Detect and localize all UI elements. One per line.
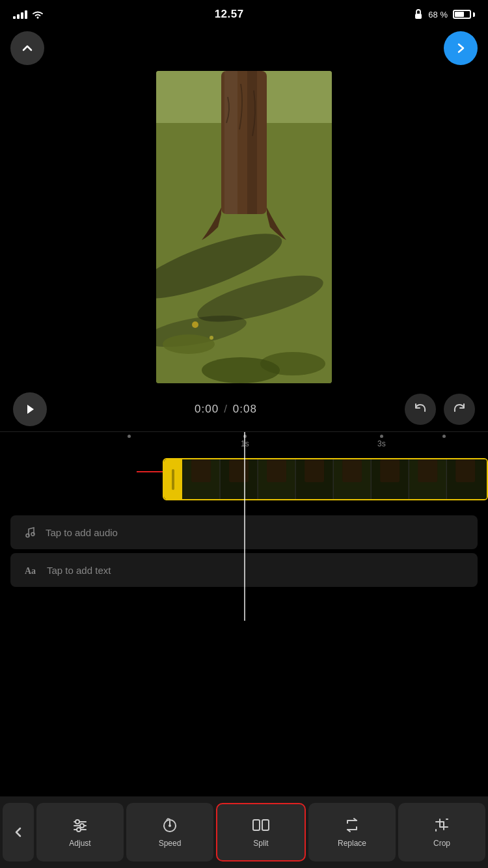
svg-point-13 [202, 357, 280, 383]
svg-point-15 [210, 336, 213, 340]
crop-label: Crop [433, 839, 450, 848]
replace-icon [344, 817, 360, 834]
svg-point-42 [31, 533, 34, 536]
svg-point-0 [37, 17, 39, 19]
wifi-icon [31, 10, 44, 19]
ruler-dot-0 [128, 435, 131, 439]
svg-rect-37 [342, 459, 362, 482]
track-thumbnails [182, 459, 487, 499]
toolbar-speed-button[interactable]: Speed [126, 803, 213, 861]
add-text-track[interactable]: Aa Tap to add text [10, 553, 478, 587]
toolbar-split-button[interactable]: Split [216, 803, 306, 861]
svg-rect-10 [247, 71, 257, 214]
add-text-label: Tap to add text [47, 565, 111, 576]
text-icon: Aa [23, 563, 38, 576]
timeline-ruler: 1s 3s [0, 432, 488, 452]
svg-rect-38 [380, 459, 400, 482]
video-canvas [156, 71, 332, 383]
video-frame [156, 71, 332, 383]
undo-button[interactable] [405, 394, 436, 425]
svg-point-47 [75, 820, 79, 824]
svg-point-51 [169, 824, 171, 827]
svg-rect-1 [415, 14, 422, 19]
timeline-section: 1s 3s [0, 432, 488, 621]
music-note-icon [23, 526, 36, 539]
svg-rect-34 [229, 459, 249, 482]
add-audio-label: Tap to add audio [46, 527, 118, 538]
status-left [13, 10, 44, 19]
svg-point-41 [26, 534, 29, 537]
total-time: 0:08 [233, 403, 257, 416]
ruler-dot-end [442, 435, 446, 439]
video-timeline-track[interactable] [163, 458, 488, 500]
svg-marker-16 [27, 405, 34, 414]
battery-icon [453, 10, 475, 19]
svg-rect-9 [224, 71, 237, 214]
status-bar: 12.57 68 % [0, 0, 488, 29]
timeline-track-container [0, 458, 488, 510]
svg-point-14 [192, 321, 198, 328]
svg-point-49 [77, 828, 81, 832]
ruler-mark-1s: 1s [241, 435, 249, 448]
track-left-handle[interactable] [164, 459, 182, 499]
add-audio-track[interactable]: Tap to add audio [10, 515, 478, 549]
adjust-label: Adjust [69, 839, 90, 848]
status-right: 68 % [414, 9, 475, 20]
signal-bars-icon [13, 10, 27, 19]
ruler-mark-3s: 3s [377, 435, 386, 448]
toolbar-replace-button[interactable]: Replace [308, 803, 396, 861]
next-button[interactable] [444, 31, 478, 65]
header-row [0, 29, 488, 68]
svg-point-11 [163, 334, 215, 354]
svg-rect-40 [455, 459, 475, 482]
sliders-icon [72, 817, 88, 834]
video-preview-area [0, 68, 488, 387]
toolbar-back-button[interactable] [3, 803, 34, 861]
back-button[interactable] [10, 31, 44, 65]
split-label: Split [253, 839, 268, 848]
speed-label: Speed [159, 839, 182, 848]
svg-rect-36 [305, 459, 324, 482]
current-time: 0:00 [195, 403, 219, 416]
lock-icon [414, 9, 423, 20]
replace-label: Replace [338, 839, 366, 848]
svg-rect-39 [418, 459, 437, 482]
speed-icon [161, 817, 178, 834]
timecode: 0:00 / 0:08 [195, 403, 257, 416]
toolbar-adjust-button[interactable]: Adjust [36, 803, 124, 861]
split-icon [252, 817, 270, 834]
svg-rect-52 [253, 820, 260, 830]
svg-text:Aa: Aa [25, 566, 36, 576]
crop-icon [433, 817, 450, 834]
playback-side-buttons [405, 394, 475, 425]
svg-rect-53 [262, 820, 269, 830]
redo-button[interactable] [444, 394, 475, 425]
play-button[interactable] [13, 392, 47, 426]
chevron-left-icon [12, 826, 25, 839]
toolbar-crop-button[interactable]: Crop [398, 803, 485, 861]
playback-controls: 0:00 / 0:08 [0, 387, 488, 432]
svg-rect-35 [267, 459, 286, 482]
battery-percent: 68 % [428, 10, 448, 20]
svg-rect-33 [191, 459, 211, 482]
status-time: 12.57 [215, 8, 244, 21]
bottom-toolbar: Adjust Speed Split Replace [0, 796, 488, 868]
timecode-separator: / [224, 403, 228, 416]
svg-point-48 [80, 824, 84, 828]
